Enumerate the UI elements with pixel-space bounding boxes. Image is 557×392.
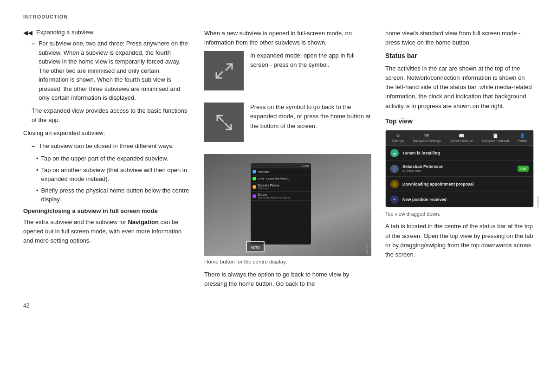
top-view-caption: Top view dragged down. (385, 210, 534, 218)
svg-line-0 (226, 64, 232, 71)
closing-label: Closing an expanded subview: (23, 129, 190, 138)
display-header: 13:45 (251, 163, 311, 168)
sebastian-content: Sebastian Petersson Missed call (402, 164, 514, 173)
page-number: 42 (23, 302, 534, 310)
list-item: Briefly press the physical home button b… (36, 186, 190, 204)
icon-row-1: In expanded mode, open the app in full s… (204, 51, 371, 96)
top-view-section: Top view ⚙ Settings 🗺 Navigation Setting… (385, 116, 534, 259)
download-icon: ⚠ (390, 180, 399, 188)
intro-text: When a new subview is opened in full-scr… (204, 29, 371, 47)
call-button[interactable]: Call (518, 166, 529, 172)
profile-icon: 👤 (519, 133, 525, 138)
position-icon: ✦ (390, 195, 399, 204)
list-item: – For subview one, two and three: Press … (32, 39, 190, 103)
status-bar-heading: Status bar (385, 51, 534, 61)
left-column: ◀◀ Expanding a subview: – For subview on… (23, 29, 190, 292)
top-view-ui: ⚙ Settings 🗺 Navigation Settings 📖 Owner… (385, 130, 534, 207)
opening-text: The extra subview and the subview for Na… (23, 218, 190, 245)
position-title: New position received (402, 197, 529, 202)
right-column: home view's standard view from full scre… (385, 29, 534, 292)
tunein-icon: ☁ (390, 149, 399, 157)
list-item: Tap on the upper part of the expanded su… (36, 154, 190, 163)
opening-heading: Opening/closing a subview in full screen… (23, 206, 190, 216)
sebastian-title: Sebastian Petersson (402, 164, 514, 169)
sebastian-icon: 👤 (390, 165, 399, 173)
list-item: – The subview can be closed in three dif… (32, 141, 190, 151)
car-image-container: 13:45 Ambulate Lune - Leave The World... (204, 154, 371, 266)
list-item: Tap on another subview (that subview wil… (36, 166, 190, 184)
nav-item-profile: 👤 Profile (518, 133, 527, 142)
status-bar-section: Status bar The activities in the car are… (385, 51, 534, 110)
sub-bullet-list: Tap on the upper part of the expanded su… (32, 154, 190, 204)
list-item-download: ⚠ Downloading appointment proposal (386, 177, 533, 192)
settings-icon: ⚙ (396, 133, 400, 138)
expand-icon-box (204, 51, 244, 90)
double-arrow-icon: ◀◀ (23, 29, 32, 36)
nav-item-nav-settings: 🗺 Navigation Settings (413, 133, 440, 142)
expanded-view-text: The expanded view provides access to the… (32, 106, 190, 125)
list-item-sebastian: 👤 Sebastian Petersson Missed call Call (386, 161, 533, 177)
display-row: Studio Sound optimised for driver (251, 192, 311, 201)
download-content: Downloading appointment proposal (402, 182, 529, 186)
centre-display: 13:45 Ambulate Lune - Leave The World... (251, 163, 311, 244)
top-view-list: ☁ TuneIn is installing 👤 (386, 146, 533, 207)
svg-line-2 (217, 116, 224, 122)
display-row: Daniel's Phone Telefone (251, 182, 311, 192)
display-row: Ambulate (251, 168, 311, 175)
tunein-content: TuneIn is installing (402, 151, 529, 155)
top-view-nav-bar: ⚙ Settings 🗺 Navigation Settings 📖 Owner… (386, 130, 533, 146)
position-content: New position received (402, 197, 529, 202)
nav-manual-icon: 📋 (492, 133, 498, 138)
top-view-wrapper: ⚙ Settings 🗺 Navigation Settings 📖 Owner… (385, 130, 534, 207)
car-image: 13:45 Ambulate Lune - Leave The World... (204, 154, 371, 256)
sebastian-sub: Missed call (402, 169, 514, 173)
list-item-position: ✦ New position received (386, 192, 533, 207)
tunein-title: TuneIn is installing (402, 151, 529, 155)
list-item-tunein: ☁ TuneIn is installing (386, 146, 533, 161)
home-view-text: home view's standard view from full scre… (385, 29, 534, 47)
car-caption: Home button for the centre display. (204, 258, 371, 266)
collapse-icon-box (204, 103, 244, 142)
svg-line-1 (216, 71, 223, 78)
bottom-text: A tab is located in the centre of the st… (385, 222, 534, 259)
middle-column: When a new subview is opened in full-scr… (204, 29, 371, 292)
status-bar-text: The activities in the car are shown at t… (385, 64, 534, 111)
display-row: Lune - Leave The World... (251, 175, 311, 182)
nav-item-settings: ⚙ Settings (392, 133, 404, 142)
nav-item-owners-manual: 📖 Owner's manual (450, 133, 473, 142)
svg-line-3 (225, 123, 231, 129)
page-header: INTRODUCTION (23, 14, 534, 19)
book-icon: 📖 (459, 133, 464, 138)
top-view-heading: Top view (385, 116, 534, 127)
nav-item-nav-manual: 📋 Navigation Manual (482, 133, 509, 142)
icon-row-2: Press on the symbol to go back to the ex… (204, 103, 371, 148)
home-text: There is always the option to go back to… (204, 270, 371, 289)
download-title: Downloading appointment proposal (402, 182, 529, 186)
icon1-text: In expanded mode, open the app in full s… (250, 51, 371, 70)
icon2-text: Press on the symbol to go back to the ex… (250, 103, 371, 130)
expanding-label: Expanding a subview: (36, 29, 95, 36)
map-icon: 🗺 (424, 133, 429, 138)
